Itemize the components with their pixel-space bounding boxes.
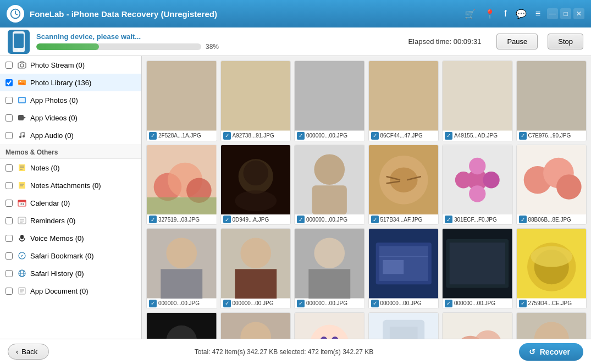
photo-checkbox[interactable] <box>223 216 231 223</box>
app-audio-checkbox[interactable] <box>5 132 13 139</box>
photo-thumbnail <box>295 313 364 339</box>
app-document-checkbox[interactable] <box>5 288 13 295</box>
photo-checkbox[interactable] <box>445 300 452 307</box>
photo-filename: 000000...00.JPG <box>454 300 495 306</box>
photo-checkbox[interactable] <box>371 300 379 307</box>
video-icon <box>17 113 27 123</box>
facebook-icon[interactable]: f <box>502 8 509 20</box>
photo-cell[interactable]: A92738...91.JPG <box>220 60 291 141</box>
calendar-checkbox[interactable] <box>5 200 13 207</box>
photo-checkbox[interactable] <box>519 300 527 307</box>
photo-library-label: Photo Library (136) <box>30 79 91 87</box>
stop-button[interactable]: Stop <box>548 34 583 49</box>
photo-filename: 0D949...A.JPG <box>233 217 269 223</box>
recover-button[interactable]: ↺ Recover <box>519 343 583 361</box>
notes-checkbox[interactable] <box>5 164 13 172</box>
photo-thumbnail <box>221 61 291 131</box>
photo-cell[interactable]: 2F528A...1A.JPG <box>146 60 217 141</box>
chat-icon[interactable]: 💬 <box>513 8 529 20</box>
close-button[interactable]: ✕ <box>573 8 584 19</box>
safari-history-checkbox[interactable] <box>5 270 13 277</box>
photo-cell[interactable]: 301ECF...F0.JPG <box>442 145 513 225</box>
app-photos-checkbox[interactable] <box>5 97 13 104</box>
notes-attachments-checkbox[interactable] <box>5 182 13 189</box>
photo-checkbox[interactable] <box>445 216 452 223</box>
photo-cell[interactable]: 000000...00.JPG <box>220 228 291 309</box>
photo-checkbox[interactable] <box>149 300 157 307</box>
sidebar-item-photo-library[interactable]: Photo Library (136) <box>0 74 141 91</box>
photo-checkbox[interactable] <box>223 132 231 140</box>
photo-cell[interactable]: 88B06B...8E.JPG <box>516 145 587 225</box>
photo-cell[interactable]: 000000...00.JPG <box>516 312 587 339</box>
reminders-checkbox[interactable] <box>5 217 13 224</box>
back-label: Back <box>21 348 37 356</box>
photo-cell[interactable]: 000000...00.JPG <box>146 312 217 339</box>
photo-cell[interactable]: C7E976...90.JPG <box>516 60 587 141</box>
photo-checkbox[interactable] <box>519 216 527 223</box>
sidebar-item-notes[interactable]: Notes (0) <box>0 159 141 177</box>
photo-thumbnail <box>443 229 512 299</box>
sidebar-item-app-videos[interactable]: App Videos (0) <box>0 109 141 126</box>
photo-checkbox[interactable] <box>519 132 527 140</box>
footer: ‹ Back Total: 472 item(s) 342.27 KB sele… <box>0 339 591 364</box>
photo-cell[interactable]: 000000...00.JPG <box>294 60 365 141</box>
sidebar-item-notes-attachments[interactable]: Notes Attachments (0) <box>0 177 141 194</box>
photo-cell[interactable]: 000000...00.JPG <box>368 312 439 339</box>
voice-memos-checkbox[interactable] <box>5 235 13 242</box>
photo-cell[interactable]: 000000...00.JPG <box>442 312 513 339</box>
sidebar-item-app-photos[interactable]: App Photos (0) <box>0 91 141 109</box>
photo-cell[interactable]: 000000...00.JPG <box>146 228 217 309</box>
sidebar-item-calendar[interactable]: 23 Calendar (0) <box>0 194 141 212</box>
photo-thumbnail <box>369 61 439 131</box>
svg-rect-78 <box>235 269 277 298</box>
photo-checkbox[interactable] <box>297 132 305 140</box>
sidebar-item-safari-bookmark[interactable]: Safari Bookmark (0) <box>0 247 141 264</box>
photo-checkbox[interactable] <box>223 300 231 307</box>
photo-thumbnail <box>147 61 217 131</box>
photo-checkbox[interactable] <box>297 300 305 307</box>
photo-checkbox[interactable] <box>297 216 305 223</box>
titlebar: FoneLab - iPhone Data Recovery (Unregist… <box>0 0 591 27</box>
photo-checkbox[interactable] <box>149 132 157 140</box>
maximize-button[interactable]: □ <box>560 8 571 19</box>
photo-checkbox[interactable] <box>149 216 157 223</box>
photo-cell[interactable]: 517B34...AF.JPG <box>368 145 439 225</box>
safari-bookmark-checkbox[interactable] <box>5 252 13 260</box>
photo-checkbox[interactable] <box>371 216 379 223</box>
photo-cell[interactable]: A49155...AD.JPG <box>442 60 513 141</box>
svg-rect-75 <box>161 269 202 298</box>
photo-cell[interactable]: 000000...00.JPG <box>368 228 439 309</box>
photo-cell[interactable]: 0D949...A.JPG <box>220 145 291 225</box>
pause-button[interactable]: Pause <box>496 34 538 49</box>
svg-rect-2 <box>14 34 24 48</box>
photo-thumbnail <box>517 229 587 299</box>
location-icon[interactable]: 📍 <box>482 8 498 20</box>
sidebar-item-photo-stream[interactable]: Photo Stream (0) <box>0 56 141 74</box>
sidebar-item-app-audio[interactable]: App Audio (0) <box>0 126 141 144</box>
photo-cell[interactable]: 000000...00.JPG <box>294 145 365 225</box>
photo-cell[interactable]: 2759D4...CE.JPG <box>516 228 587 309</box>
sidebar-item-app-document[interactable]: App Document (0) <box>0 282 141 300</box>
photo-thumbnail <box>517 145 587 215</box>
photo-checkbox[interactable] <box>371 132 379 140</box>
photo-cell[interactable]: 000000...00.JPG <box>294 312 365 339</box>
photo-thumbnail <box>517 61 587 131</box>
sidebar-item-voice-memos[interactable]: Voice Memos (0) <box>0 229 141 247</box>
menu-icon[interactable]: ≡ <box>533 8 543 20</box>
cart-icon[interactable]: 🛒 <box>462 8 478 20</box>
app-videos-checkbox[interactable] <box>5 114 13 122</box>
photo-cell[interactable]: 86CF44...47.JPG <box>368 60 439 141</box>
photo-cell[interactable]: 000000...00.JPG <box>442 228 513 309</box>
sidebar-item-safari-history[interactable]: Safari History (0) <box>0 264 141 282</box>
photo-checkbox[interactable] <box>445 132 452 140</box>
photo-thumbnail <box>295 61 364 131</box>
photo-cell[interactable]: 000000...00.JPG <box>294 228 365 309</box>
photo-cell[interactable]: 327519...08.JPG <box>146 145 217 225</box>
photo-stream-checkbox[interactable] <box>5 62 13 69</box>
sidebar-item-reminders[interactable]: Reminders (0) <box>0 212 141 229</box>
photo-library-checkbox[interactable] <box>5 79 13 86</box>
minimize-button[interactable]: — <box>547 8 558 19</box>
photo-cell[interactable]: 000000...00.JPG <box>220 312 291 339</box>
photo-thumbnail <box>443 313 512 339</box>
back-button[interactable]: ‹ Back <box>8 344 49 360</box>
